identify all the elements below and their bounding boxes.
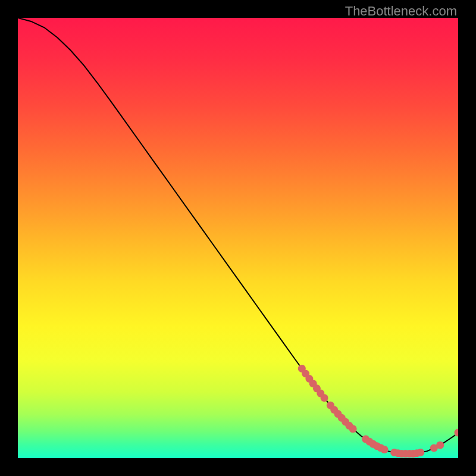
data-dot [436,441,444,449]
chart-background [18,18,458,458]
data-dot [416,449,424,456]
data-dot [321,394,328,402]
data-dot [349,425,357,433]
chart-container [18,18,458,458]
data-dot [381,446,389,453]
chart-svg [18,18,458,458]
watermark-text: TheBottleneck.com [345,4,457,19]
